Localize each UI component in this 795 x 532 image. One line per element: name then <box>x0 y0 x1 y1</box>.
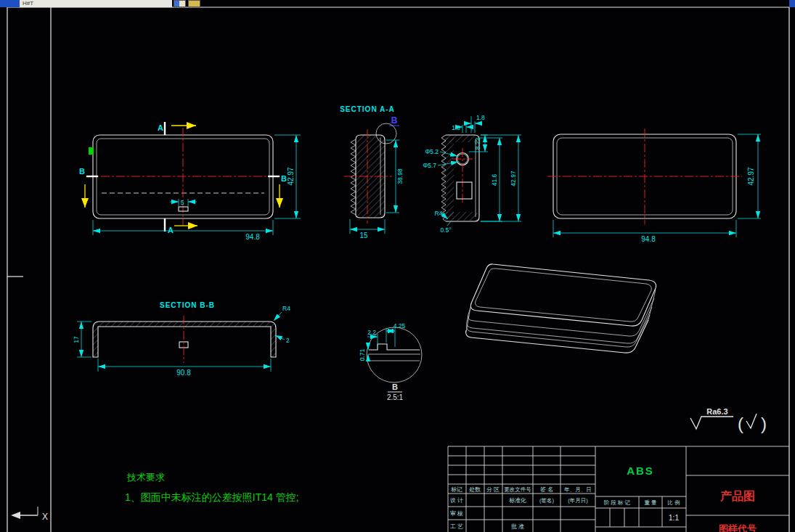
tb-row-approve: 批 准 <box>511 523 524 530</box>
notes-heading: 技术要求 <box>126 472 165 483</box>
detail-b-marker: B <box>391 115 398 126</box>
selection-grip <box>89 147 94 155</box>
detail-b-scale: 2.5:1 <box>387 393 404 401</box>
section-aa-view: SECTION A-A B 38.98 15 <box>340 105 404 240</box>
side-section-view: 1.8 1.8 8.22 41.6 42.97 Φ5.2 <box>423 114 521 234</box>
tb-ph-sign: (签名) <box>539 497 554 504</box>
front-view: A A B B 94.8 42.97 5 <box>79 122 301 241</box>
dim-side-phi52: Φ5.2 <box>425 148 439 155</box>
dim-side-r4: R4 <box>435 210 443 217</box>
tb-row-design: 设 计 <box>450 497 463 504</box>
tb-scale-label: 比 例 <box>667 499 680 506</box>
section-bb-view: SECTION B-B 17 90.8 R4 2 <box>73 301 290 377</box>
tb-stage-label: 阶 段 标 记 <box>604 499 631 506</box>
toolbar-text: H#T <box>23 0 33 7</box>
dim-front-width: 94.8 <box>245 233 260 241</box>
ucs-icon: X <box>11 507 48 522</box>
notes-item-1: 1、图面中未标注的公差按照IT14 管控; <box>125 491 299 503</box>
dim-side-18-outer: 1.8 <box>476 114 485 121</box>
dim-aa-depth: 15 <box>359 232 368 240</box>
paren-open: ( <box>738 414 743 433</box>
roughness-symbol <box>690 417 733 429</box>
tb-ph-date: (年月日) <box>568 497 588 504</box>
sheet-frame <box>7 7 789 532</box>
tb-col-sign: 签 名 <box>540 486 553 493</box>
cad-application-window: A A B B 94.8 42.97 5 <box>0 0 795 532</box>
dim-side-phi57: Φ5.7 <box>423 162 436 169</box>
dim-bb-r4: R4 <box>282 305 290 312</box>
tb-row-process: 工 艺 <box>450 523 463 530</box>
paren-close: ) <box>761 414 767 433</box>
front-slot <box>179 207 188 211</box>
dim-detail-22: 2.2 <box>367 329 376 336</box>
tb-col-count: 处数 <box>469 486 481 493</box>
dim-aa-inner-height: 38.98 <box>396 168 404 184</box>
toolbar-icon-1[interactable] <box>174 0 186 7</box>
tb-product-name: 产品图 <box>719 490 755 502</box>
dim-bb-wall: 2 <box>286 337 290 344</box>
window-corner-fragment <box>0 0 20 7</box>
tb-col-doc: 更改文件号 <box>504 486 531 493</box>
right-view: 42.97 94.8 <box>547 128 761 243</box>
section-label-b-right: B <box>281 174 287 183</box>
technical-notes: 技术要求 1、图面中未标注的公差按照IT14 管控; <box>125 472 299 503</box>
tb-col-zone: 分 区 <box>486 486 500 493</box>
tb-col-mark: 标记 <box>451 486 462 493</box>
drawing-canvas[interactable]: A A B B 94.8 42.97 5 <box>0 0 795 532</box>
tb-weight-label: 重 量 <box>644 499 657 506</box>
dim-bb-height: 17 <box>73 336 80 343</box>
dim-side-angle: 0.5° <box>440 226 451 234</box>
dim-side-416: 41.6 <box>491 173 498 186</box>
side-port <box>457 182 472 199</box>
roughness-check-icon <box>746 414 757 428</box>
tb-row-review: 审 核 <box>450 510 463 517</box>
detail-b-view: 4.25 2.2 0.71 B 2.5:1 <box>359 322 422 401</box>
side-hatch-left <box>442 138 454 219</box>
section-label-a-top: A <box>158 123 163 132</box>
toolbar-icon-2[interactable] <box>188 0 200 7</box>
title-block: 标记 处数 分 区 更改文件号 签 名 年、月、日 设 计 标准化 (签名) (… <box>448 446 789 532</box>
section-aa-title: SECTION A-A <box>340 105 395 113</box>
tb-row-std: 标准化 <box>509 497 526 504</box>
dim-front-height: 42.97 <box>287 167 295 185</box>
dim-detail-425: 4.25 <box>394 322 406 330</box>
section-bb-profile <box>93 322 276 357</box>
roughness-value: Ra6.3 <box>706 407 727 416</box>
dim-right-width: 94.8 <box>641 235 656 243</box>
dim-right-height: 42.97 <box>747 167 755 185</box>
dim-side-822: 8.22 <box>474 137 481 150</box>
window-corner-fragment-right <box>789 0 795 7</box>
dim-bb-width: 90.8 <box>176 369 191 377</box>
section-label-a-bottom: A <box>168 226 174 234</box>
isometric-view <box>466 264 656 353</box>
ucs-arrowhead <box>11 512 20 519</box>
detail-b-label: B <box>392 382 398 391</box>
dim-detail-071: 0.71 <box>359 348 366 361</box>
tb-scale-value: 1:1 <box>669 514 679 522</box>
dim-side-4297: 42.97 <box>510 171 517 187</box>
drawing-svg: A A B B 94.8 42.97 5 <box>0 0 795 532</box>
tb-drawing-code: 图样代号 <box>719 523 757 532</box>
section-label-b-left: B <box>79 167 85 176</box>
dim-side-18-inner: 1.8 <box>452 124 460 131</box>
tb-material: ABS <box>627 465 654 477</box>
toolbar-fragment: H#T <box>20 0 172 7</box>
ucs-x-label: X <box>42 512 48 522</box>
dim-front-slot: 5 <box>181 199 184 206</box>
tb-col-date: 年、月、日 <box>563 486 592 493</box>
roughness-note: Ra6.3 ( ) <box>690 407 767 433</box>
section-bb-title: SECTION B-B <box>160 301 215 309</box>
